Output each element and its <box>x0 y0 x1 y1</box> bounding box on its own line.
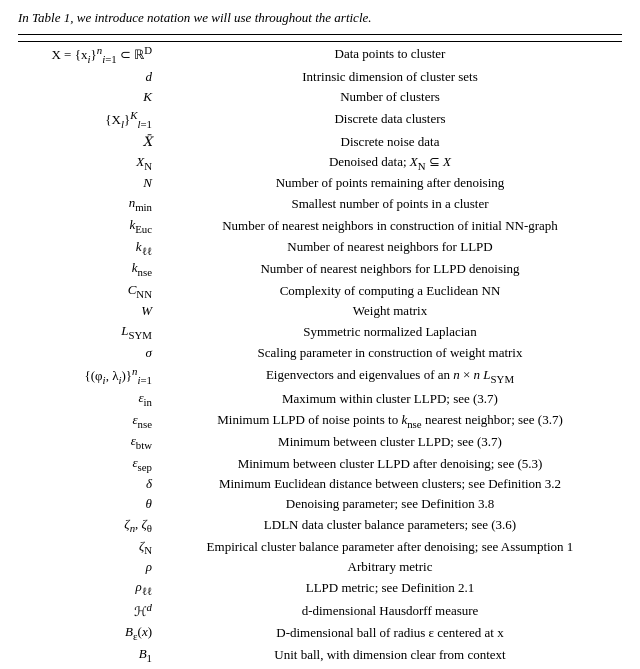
description-cell: Number of clusters <box>158 87 622 107</box>
symbol-cell: X = {xi}ni=1 ⊂ ℝD <box>18 42 158 67</box>
description-cell: Data points to cluster <box>158 42 622 67</box>
description-cell: LLPD metric; see Definition 2.1 <box>158 577 622 599</box>
description-cell: Minimum between cluster LLPD after denoi… <box>158 453 622 475</box>
symbol-cell: ℋd <box>18 599 158 622</box>
symbol-cell: nmin <box>18 193 158 215</box>
table-row: Bε(x)D-dimensional ball of radius ε cent… <box>18 622 622 644</box>
table-row: dIntrinsic dimension of cluster sets <box>18 67 622 87</box>
symbol-cell: εbtw <box>18 431 158 453</box>
symbol-cell: N <box>18 173 158 193</box>
description-cell: D-dimensional ball of radius ε centered … <box>158 622 622 644</box>
description-cell: Unit ball, with dimension clear from con… <box>158 644 622 666</box>
description-cell: Eigenvectors and eigenvalues of an n × n… <box>158 363 622 388</box>
description-cell: Discrete noise data <box>158 132 622 152</box>
symbol-cell: kEuc <box>18 215 158 237</box>
table-row: LSYMSymmetric normalized Laplacian <box>18 321 622 343</box>
symbol-cell: ζn, ζθ <box>18 514 158 536</box>
table-row: nminSmallest number of points in a clust… <box>18 193 622 215</box>
description-cell: Symmetric normalized Laplacian <box>158 321 622 343</box>
symbol-cell: kℓℓ <box>18 237 158 259</box>
symbol-cell: {Xl}Kl=1 <box>18 107 158 132</box>
symbol-cell: εnse <box>18 410 158 432</box>
col-header-description <box>158 35 622 42</box>
description-cell: Minimum Euclidean distance between clust… <box>158 474 622 494</box>
description-cell: Denoising parameter; see Definition 3.8 <box>158 494 622 514</box>
table-row: εbtwMinimum between cluster LLPD; see (3… <box>18 431 622 453</box>
table-row: ρℓℓLLPD metric; see Definition 2.1 <box>18 577 622 599</box>
table-row: KNumber of clusters <box>18 87 622 107</box>
table-row: kℓℓNumber of nearest neighbors for LLPD <box>18 237 622 259</box>
table-row: {(φi, λi)}ni=1Eigenvectors and eigenvalu… <box>18 363 622 388</box>
intro-text: In Table 1, we introduce notation we wil… <box>18 10 622 26</box>
symbol-cell: ρ <box>18 557 158 577</box>
table-header-row <box>18 35 622 42</box>
symbol-cell: θ <box>18 494 158 514</box>
description-cell: Minimum between cluster LLPD; see (3.7) <box>158 431 622 453</box>
description-cell: Smallest number of points in a cluster <box>158 193 622 215</box>
table-row: X = {xi}ni=1 ⊂ ℝDData points to cluster <box>18 42 622 67</box>
symbol-cell: B1 <box>18 644 158 666</box>
symbol-cell: ζN <box>18 536 158 558</box>
symbol-cell: X̄ <box>18 132 158 152</box>
description-cell: Maximum, minimum of a and b <box>158 666 622 669</box>
symbol-cell: {(φi, λi)}ni=1 <box>18 363 158 388</box>
description-cell: Scaling parameter in construction of wei… <box>158 343 622 363</box>
description-cell: Complexity of computing a Euclidean NN <box>158 280 622 302</box>
symbol-cell: ρℓℓ <box>18 577 158 599</box>
description-cell: Number of nearest neighbors for LLPD <box>158 237 622 259</box>
table-row: εsepMinimum between cluster LLPD after d… <box>18 453 622 475</box>
description-cell: d-dimensional Hausdorff measure <box>158 599 622 622</box>
table-row: CNNComplexity of computing a Euclidean N… <box>18 280 622 302</box>
table-row: ρArbitrary metric <box>18 557 622 577</box>
description-cell: Maximum within cluster LLPD; see (3.7) <box>158 388 622 410</box>
table-row: ℋdd-dimensional Hausdorff measure <box>18 599 622 622</box>
symbol-cell: knse <box>18 258 158 280</box>
description-cell: Arbitrary metric <box>158 557 622 577</box>
symbol-cell: σ <box>18 343 158 363</box>
table-row: {Xl}Kl=1Discrete data clusters <box>18 107 622 132</box>
table-row: δMinimum Euclidean distance between clus… <box>18 474 622 494</box>
table-row: NNumber of points remaining after denois… <box>18 173 622 193</box>
table-row: θDenoising parameter; see Definition 3.8 <box>18 494 622 514</box>
description-cell: Discrete data clusters <box>158 107 622 132</box>
table-row: X̄Discrete noise data <box>18 132 622 152</box>
description-cell: LDLN data cluster balance parameters; se… <box>158 514 622 536</box>
table-row: XNDenoised data; XN ⊆ X <box>18 152 622 174</box>
symbol-cell: LSYM <box>18 321 158 343</box>
symbol-cell: d <box>18 67 158 87</box>
symbol-cell: Bε(x) <box>18 622 158 644</box>
symbol-cell: εsep <box>18 453 158 475</box>
symbol-cell: K <box>18 87 158 107</box>
table-row: B1Unit ball, with dimension clear from c… <box>18 644 622 666</box>
description-cell: Intrinsic dimension of cluster sets <box>158 67 622 87</box>
table-row: ζn, ζθLDLN data cluster balance paramete… <box>18 514 622 536</box>
description-cell: Number of nearest neighbors in construct… <box>158 215 622 237</box>
col-header-symbol <box>18 35 158 42</box>
table-row: ζNEmpirical cluster balance parameter af… <box>18 536 622 558</box>
notation-table: X = {xi}ni=1 ⊂ ℝDData points to clusterd… <box>18 34 622 669</box>
table-row: a ∨ b, a ∧ bMaximum, minimum of a and b <box>18 666 622 669</box>
symbol-cell: δ <box>18 474 158 494</box>
description-cell: Empirical cluster balance parameter afte… <box>158 536 622 558</box>
description-cell: Denoised data; XN ⊆ X <box>158 152 622 174</box>
symbol-cell: a ∨ b, a ∧ b <box>18 666 158 669</box>
table-row: εinMaximum within cluster LLPD; see (3.7… <box>18 388 622 410</box>
description-cell: Number of nearest neighbors for LLPD den… <box>158 258 622 280</box>
table-row: WWeight matrix <box>18 301 622 321</box>
table-row: σScaling parameter in construction of we… <box>18 343 622 363</box>
symbol-cell: CNN <box>18 280 158 302</box>
table-row: kEucNumber of nearest neighbors in const… <box>18 215 622 237</box>
table-row: εnseMinimum LLPD of noise points to knse… <box>18 410 622 432</box>
table-row: knseNumber of nearest neighbors for LLPD… <box>18 258 622 280</box>
symbol-cell: XN <box>18 152 158 174</box>
description-cell: Weight matrix <box>158 301 622 321</box>
description-cell: Minimum LLPD of noise points to knse nea… <box>158 410 622 432</box>
symbol-cell: W <box>18 301 158 321</box>
symbol-cell: εin <box>18 388 158 410</box>
description-cell: Number of points remaining after denoisi… <box>158 173 622 193</box>
